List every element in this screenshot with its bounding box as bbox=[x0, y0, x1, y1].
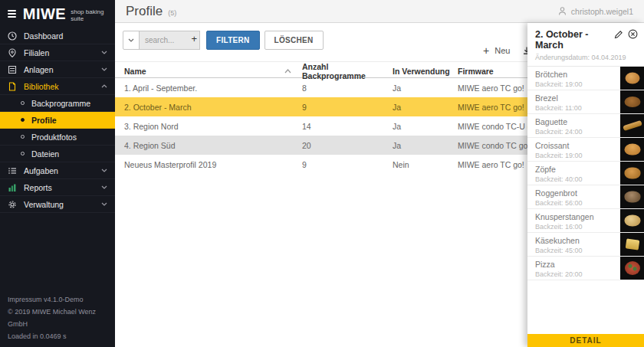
column-label: In Verwendung bbox=[393, 67, 450, 76]
sidebar-item-profile[interactable]: Profile bbox=[0, 112, 115, 129]
new-profile-button[interactable]: + Neu bbox=[483, 44, 510, 57]
sidebar-item-verwaltung[interactable]: Verwaltung bbox=[0, 196, 115, 213]
sidebar-item-label: Dateien bbox=[31, 149, 59, 159]
bullet-icon bbox=[21, 101, 25, 105]
sidebar-item-label: Aufgaben bbox=[24, 166, 58, 175]
document-icon bbox=[8, 82, 17, 91]
product-item[interactable]: Baguette Backzeit: 24:00 bbox=[527, 114, 644, 138]
search-field-dropdown[interactable] bbox=[123, 31, 140, 50]
product-item[interactable]: Brezel Backzeit: 11:00 bbox=[527, 90, 644, 114]
hamburger-menu-icon[interactable] bbox=[8, 8, 16, 19]
product-photo bbox=[620, 138, 644, 161]
plus-icon: + bbox=[483, 44, 489, 57]
sidebar-nav: Dashboard Filialen Anlagen bbox=[0, 28, 115, 213]
product-photo bbox=[620, 162, 644, 185]
load-time-text: Loaded in 0.0469 s bbox=[8, 330, 107, 342]
close-button[interactable] bbox=[628, 29, 638, 39]
column-header-verwendung[interactable]: In Verwendung bbox=[393, 67, 458, 76]
product-item[interactable]: Roggenbrot Backzeit: 56:00 bbox=[527, 185, 644, 209]
sidebar-item-label: Reports bbox=[24, 183, 52, 192]
cell-name: Neueus Masterprofil 2019 bbox=[124, 160, 302, 169]
sidebar-item-backprogramme[interactable]: Backprogramme bbox=[0, 95, 115, 112]
product-bake-time: Backzeit: 20:00 bbox=[535, 270, 616, 278]
cell-count: 14 bbox=[302, 122, 393, 131]
panel-header: 2. October - March Änderungsdatum: 04.04… bbox=[527, 23, 644, 67]
product-name: Baguette bbox=[535, 117, 616, 127]
clear-filter-button[interactable]: LÖSCHEN bbox=[264, 31, 324, 50]
cell-count: 9 bbox=[302, 160, 393, 169]
sidebar-item-label: Backprogramme bbox=[31, 99, 90, 108]
sidebar-item-label: Verwaltung bbox=[24, 200, 64, 209]
product-name: Croissant bbox=[535, 141, 616, 151]
product-bake-time: Backzeit: 24:00 bbox=[535, 128, 616, 136]
bullet-icon bbox=[21, 152, 25, 155]
product-name: Brezel bbox=[535, 93, 616, 103]
product-item[interactable]: Käsekuchen Backzeit: 45:00 bbox=[527, 233, 644, 257]
cell-name: 3. Region Nord bbox=[124, 122, 302, 131]
page-title: Profile bbox=[126, 4, 163, 19]
product-name: Zöpfe bbox=[535, 165, 616, 175]
filter-toolbar: + FILTERN LÖSCHEN bbox=[123, 31, 324, 50]
column-header-name[interactable]: Name bbox=[124, 67, 302, 76]
chevron-down-icon bbox=[101, 67, 107, 71]
product-item[interactable]: Brötchen Backzeit: 19:00 bbox=[527, 67, 644, 90]
filter-button[interactable]: FILTERN bbox=[206, 31, 260, 50]
new-button-label: Neu bbox=[495, 46, 510, 55]
gear-icon bbox=[8, 200, 17, 209]
sidebar-item-bibliothek[interactable]: Bibliothek bbox=[0, 78, 115, 95]
column-label: Firmware bbox=[458, 67, 494, 76]
bar-chart-icon bbox=[8, 183, 17, 192]
sidebar-item-filialen[interactable]: Filialen bbox=[0, 44, 115, 61]
product-item[interactable]: Knusperstangen Backzeit: 16:00 bbox=[527, 209, 644, 233]
bullet-icon bbox=[21, 118, 25, 122]
product-item[interactable]: Pizza Backzeit: 20:00 bbox=[527, 257, 644, 280]
username-text: christoph.weigel1 bbox=[571, 7, 633, 16]
product-photo bbox=[620, 114, 644, 137]
product-bake-time: Backzeit: 40:00 bbox=[535, 175, 616, 183]
cell-count: 8 bbox=[302, 83, 393, 93]
sidebar-item-dateien[interactable]: Dateien bbox=[0, 146, 115, 162]
chevron-down-icon bbox=[101, 202, 107, 206]
product-item[interactable]: Croissant Backzeit: 19:00 bbox=[527, 138, 644, 162]
cell-name: 2. October - March bbox=[124, 103, 302, 112]
product-bake-time: Backzeit: 45:00 bbox=[535, 247, 616, 254]
column-label: Name bbox=[124, 67, 146, 76]
user-menu[interactable]: christoph.weigel1 bbox=[557, 6, 633, 16]
sort-asc-icon bbox=[284, 69, 291, 74]
sidebar-footer: Impressum v4.1.0-Demo © 2019 MIWE Michae… bbox=[0, 293, 115, 342]
product-name: Roggenbrot bbox=[535, 188, 616, 198]
chevron-up-icon bbox=[101, 84, 107, 88]
sidebar-item-dashboard[interactable]: Dashboard bbox=[0, 28, 115, 44]
cell-in-use: Ja bbox=[393, 103, 458, 112]
edit-button[interactable] bbox=[614, 30, 623, 39]
modified-date: Änderungsdatum: 04.04.2019 bbox=[535, 54, 638, 61]
panel-title: 2. October - March bbox=[535, 29, 614, 51]
product-name: Knusperstangen bbox=[535, 212, 616, 222]
add-search-term-icon[interactable]: + bbox=[191, 33, 197, 45]
panel-spacer bbox=[527, 280, 644, 334]
detail-button[interactable]: DETAIL bbox=[527, 334, 644, 347]
topbar: Profile (5) christoph.weigel1 bbox=[115, 0, 644, 23]
sidebar-item-label: Anlagen bbox=[24, 65, 54, 74]
column-header-anzahl[interactable]: Anzahl Backprogramme bbox=[302, 62, 393, 80]
product-item[interactable]: Zöpfe Backzeit: 40:00 bbox=[527, 162, 644, 185]
product-photo bbox=[620, 257, 644, 280]
sidebar-item-label: Dashboard bbox=[24, 31, 63, 41]
impressum-link[interactable]: Impressum v4.1.0-Demo bbox=[8, 293, 107, 306]
search-box: + bbox=[139, 31, 200, 50]
sidebar-item-label: Filialen bbox=[24, 48, 49, 57]
map-pin-icon bbox=[8, 48, 17, 57]
sidebar-item-anlagen[interactable]: Anlagen bbox=[0, 61, 115, 78]
product-name: Pizza bbox=[535, 260, 616, 270]
sidebar-item-aufgaben[interactable]: Aufgaben bbox=[0, 162, 115, 179]
product-photo bbox=[620, 209, 644, 232]
person-icon bbox=[557, 6, 567, 16]
pencil-icon bbox=[614, 30, 623, 39]
column-label: Anzahl Backprogramme bbox=[302, 62, 393, 80]
page-count-badge: (5) bbox=[168, 9, 176, 17]
copyright-text: © 2019 MIWE Michael Wenz GmbH bbox=[8, 306, 107, 330]
product-bake-time: Backzeit: 16:00 bbox=[535, 223, 616, 231]
sidebar-item-reports[interactable]: Reports bbox=[0, 179, 115, 196]
product-name: Brötchen bbox=[535, 70, 616, 80]
sidebar-item-produktfotos[interactable]: Produktfotos bbox=[0, 129, 115, 146]
